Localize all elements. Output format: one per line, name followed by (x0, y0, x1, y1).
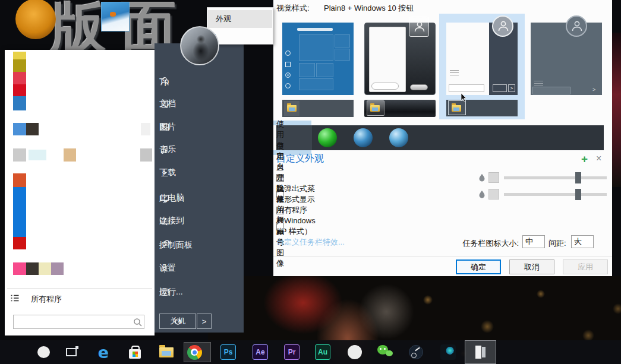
taskbar-effects-link[interactable]: 自定义任务栏特效... (276, 237, 345, 248)
app-tile[interactable] (13, 262, 26, 275)
menu-item-settings[interactable]: 设置 (159, 262, 241, 275)
visual-style-value: Plain8 + Windows 10 按钮 (324, 3, 414, 14)
app-tile[interactable] (13, 84, 26, 96)
task-view-button[interactable] (59, 340, 83, 364)
mouse-cursor (461, 93, 467, 102)
app-tile[interactable] (141, 123, 150, 135)
slider-thumb[interactable] (575, 189, 581, 200)
audition-button[interactable]: Au (311, 340, 335, 364)
menu-item-this-pc[interactable]: 此电脑 (159, 192, 241, 205)
app-tile[interactable] (13, 237, 26, 249)
menu-item-run[interactable]: 运行... (159, 286, 241, 299)
start-style-orb-classic[interactable] (389, 128, 408, 147)
cortana-button[interactable] (31, 340, 55, 364)
user-icon (285, 50, 291, 56)
cancel-button[interactable]: 取消 (509, 259, 554, 274)
app-tile[interactable] (26, 262, 39, 275)
divider (7, 288, 152, 289)
app-tile[interactable] (13, 123, 26, 135)
windows-logo-icon (289, 132, 301, 144)
white-circle-app-icon (348, 345, 362, 359)
taskbar-preview-win10[interactable] (282, 100, 354, 117)
menu-item-music[interactable]: 音乐 (159, 143, 241, 156)
all-programs-button[interactable]: 所有程序 (5, 290, 155, 308)
list-icon (450, 70, 459, 76)
taskbar-preview-aero[interactable] (364, 100, 436, 117)
plus-icon[interactable]: + (581, 153, 588, 166)
apply-button: 应用 (563, 259, 608, 274)
menu-item-downloads[interactable]: 下载 (159, 166, 241, 179)
user-avatar[interactable] (180, 26, 219, 65)
divider (273, 256, 612, 257)
app-tile[interactable] (13, 173, 26, 187)
menu-item-connect-to[interactable]: 连接到 (159, 214, 241, 227)
search-box (371, 83, 399, 90)
app-tile[interactable] (29, 150, 46, 160)
start-button[interactable] (2, 340, 26, 364)
app-tile[interactable] (39, 262, 51, 275)
gear-icon (285, 72, 291, 78)
chevron-down-icon: ˅ (525, 239, 528, 245)
app-tile[interactable] (13, 72, 26, 84)
chrome-button[interactable] (182, 340, 206, 364)
app-tile[interactable] (140, 148, 152, 162)
apps-panel: 所有程序 (5, 50, 155, 335)
active-app-window-button[interactable] (465, 340, 496, 364)
color-swatch[interactable] (488, 189, 499, 200)
theme-preview-classic[interactable]: > (531, 23, 602, 95)
file-explorer-button[interactable] (155, 340, 178, 364)
edge-button[interactable]: e (92, 340, 115, 364)
premiere-button[interactable]: Pr (280, 340, 304, 364)
taskbar-preview-plain[interactable] (446, 100, 518, 116)
context-menu-item-appearance[interactable]: 外观 (208, 10, 272, 28)
app-tile[interactable] (64, 148, 76, 162)
app-tile[interactable] (13, 187, 26, 237)
media-app-icon (440, 344, 456, 360)
color-swatch[interactable] (488, 172, 499, 183)
white-circle-app-button[interactable] (343, 340, 367, 364)
menu-item-user[interactable]: Tp (159, 75, 241, 88)
folder-icon (159, 347, 174, 357)
app-tile[interactable] (13, 96, 26, 110)
start-style-orb-green[interactable] (318, 128, 337, 147)
slider-thumb[interactable] (575, 172, 581, 183)
droplet-icon (478, 190, 486, 199)
close-icon[interactable]: × (596, 153, 601, 164)
app-tile[interactable] (51, 262, 64, 275)
chevron-right-icon: > (592, 87, 595, 93)
avatar-badge (409, 17, 429, 37)
icon-size-label: 任务栏图标大小: (392, 238, 519, 249)
chrome-icon (187, 345, 202, 360)
spacing-select[interactable]: 大 ˅ (571, 235, 594, 248)
color-slider[interactable] (504, 193, 607, 196)
photoshop-button[interactable]: Ps (216, 340, 240, 364)
menu-item-pictures[interactable]: 图片 (159, 121, 241, 134)
shutdown-expand-button[interactable]: > (197, 314, 212, 329)
color-slider[interactable] (504, 176, 607, 179)
list-icon (10, 293, 20, 303)
store-button[interactable] (123, 340, 147, 364)
photoshop-icon: Ps (220, 344, 236, 360)
app-tile[interactable] (13, 52, 26, 59)
search-icon (133, 317, 143, 328)
app-tile[interactable] (13, 59, 26, 72)
start-style-orb-win7[interactable] (354, 128, 373, 147)
menu-item-documents[interactable]: 文档 (159, 97, 241, 110)
app-tile[interactable] (13, 148, 26, 162)
desktop: 版面 外观 换 所有程序 (0, 0, 621, 364)
task-view-icon (66, 348, 77, 356)
icon-size-select[interactable]: 中 ˅ (522, 235, 545, 248)
media-app-button[interactable] (436, 340, 460, 364)
app-tile[interactable] (26, 123, 39, 135)
steam-button[interactable] (404, 340, 428, 364)
search-box (449, 84, 484, 92)
shutdown-button[interactable]: 关机 (159, 314, 196, 329)
wechat-button[interactable] (373, 340, 397, 364)
after-effects-button[interactable]: Ae (248, 340, 272, 364)
user-icon (570, 19, 584, 33)
search-input[interactable] (16, 316, 129, 328)
theme-preview-win10[interactable] (282, 23, 354, 95)
menu-item-label: 下载 (159, 167, 176, 178)
ok-button[interactable]: 确定 (456, 259, 501, 274)
menu-item-control-panel[interactable]: 控制面板 (159, 239, 241, 252)
